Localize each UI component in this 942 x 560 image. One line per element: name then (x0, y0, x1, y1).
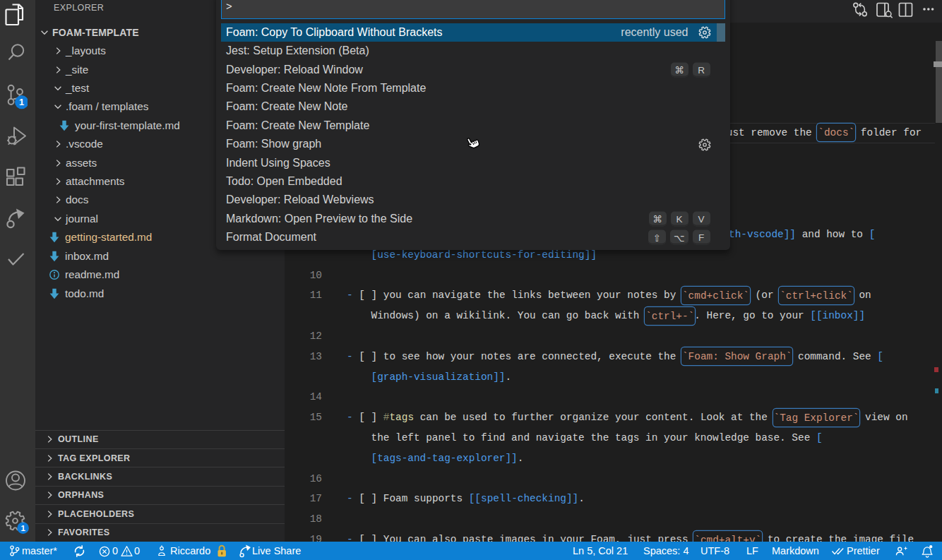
svg-text:1: 1 (19, 97, 24, 107)
svg-text:1: 1 (20, 524, 25, 532)
